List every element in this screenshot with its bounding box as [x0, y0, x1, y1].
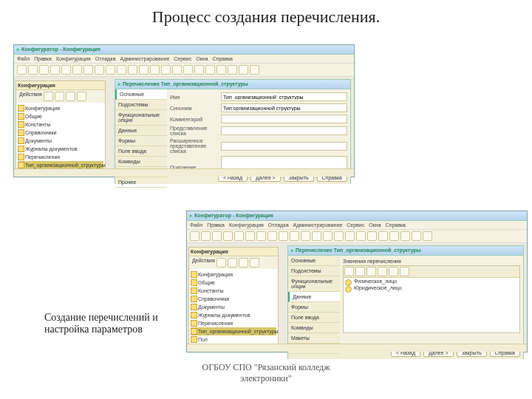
menu-item[interactable]: Конфигурация [56, 56, 91, 61]
menu-item[interactable]: Администрирование [293, 222, 343, 228]
panel-tabs[interactable]: ОсновныеПодсистемыФункциональные опцииДа… [288, 256, 340, 346]
toolbar-button[interactable] [216, 65, 226, 75]
tab[interactable]: Данные [115, 126, 167, 136]
menu-item[interactable]: Окна [369, 222, 381, 228]
config-tree[interactable]: КонфигурацияОбщиеКонстантыСправочникиДок… [16, 103, 105, 174]
tree-item[interactable]: Справочники [191, 295, 276, 303]
tab[interactable]: Основные [288, 256, 340, 266]
tree-item[interactable]: Тип_организационной_структуры [191, 327, 276, 335]
tree-item[interactable]: Документы [18, 137, 103, 145]
tree-item[interactable]: Справочники [18, 129, 103, 137]
tree-item[interactable]: Пол [191, 335, 276, 344]
toolbar-button[interactable] [228, 65, 237, 75]
toolbar-button[interactable] [345, 231, 355, 241]
menu-item[interactable]: Отладка [268, 222, 289, 228]
tab[interactable]: Макеты [288, 333, 340, 344]
menu-item[interactable]: Файл [17, 56, 30, 61]
enum-value-item[interactable]: Юридическое_лицо [344, 284, 519, 291]
toolbar-button[interactable] [356, 231, 366, 241]
menu-item[interactable]: Правка [207, 222, 225, 228]
toolbar-button[interactable] [106, 65, 115, 75]
input-extlistrep[interactable] [221, 142, 347, 151]
toolbar-button[interactable] [250, 65, 259, 75]
tab[interactable]: Команды [288, 323, 340, 333]
input-comment[interactable] [221, 115, 347, 123]
menu-item[interactable]: Сервис [347, 222, 364, 228]
tab[interactable]: Функциональные опции [288, 276, 340, 292]
toolbar-button[interactable] [172, 65, 182, 75]
tree-item[interactable]: Документы [191, 303, 276, 311]
panel-title[interactable]: ▸ Перечисление Тип_организационной_струк… [288, 246, 523, 256]
toolbar-button[interactable] [334, 231, 344, 241]
toolbar-button[interactable] [234, 231, 244, 241]
tree-actions[interactable]: Действия [189, 256, 278, 269]
tab[interactable]: Функциональные опции [115, 110, 167, 126]
tree-item[interactable]: Перечисления [191, 319, 276, 327]
toolbar-button[interactable] [423, 231, 432, 241]
tab[interactable]: Подсистемы [288, 266, 340, 276]
tree-item[interactable]: Журналы документов [18, 145, 103, 153]
toolbar-button[interactable] [61, 65, 71, 75]
tree-item[interactable]: Общие [18, 112, 103, 120]
toolbar-button[interactable] [161, 65, 171, 75]
tab[interactable]: Формы [115, 136, 167, 146]
toolbar-button[interactable] [400, 231, 410, 241]
toolbar-button[interactable] [312, 231, 321, 241]
toolbar-button[interactable] [201, 231, 211, 241]
tree-item[interactable]: Конфигурация [18, 104, 103, 112]
toolbar-button[interactable] [378, 231, 388, 241]
tab[interactable]: Прочее [115, 177, 167, 188]
toolbar-button[interactable] [17, 65, 27, 75]
toolbar-button[interactable] [190, 231, 200, 241]
tree-item[interactable]: Конфигурация [191, 270, 276, 279]
toolbar-button[interactable] [267, 231, 277, 241]
toolbar-button[interactable] [256, 231, 266, 241]
tab[interactable]: Команды [115, 157, 167, 167]
panel-title[interactable]: ▸ Перечисление Тип_организационной_струк… [115, 80, 350, 89]
menu-item[interactable]: Отладка [95, 56, 116, 61]
tree-item[interactable]: Константы [191, 287, 276, 295]
list-toolbar[interactable] [344, 266, 519, 278]
toolbar-button[interactable] [367, 231, 377, 241]
menu-item[interactable]: Файл [190, 222, 202, 228]
tab[interactable]: Поле ввода [115, 146, 167, 157]
menu-bar[interactable]: ФайлПравкаКонфигурацияОтладкаАдминистрир… [187, 221, 527, 230]
menu-item[interactable]: Правка [34, 56, 52, 61]
menu-bar[interactable]: ФайлПравкаКонфигурацияОтладкаАдминистрир… [14, 55, 354, 64]
toolbar-button[interactable] [83, 65, 93, 75]
toolbar-button[interactable] [139, 65, 149, 75]
input-listrep[interactable] [221, 126, 347, 135]
toolbar-button[interactable] [212, 231, 222, 241]
main-toolbar[interactable] [187, 230, 527, 243]
tab[interactable]: Данные [288, 292, 340, 302]
menu-item[interactable]: Справка [213, 56, 233, 61]
menu-item[interactable]: Окна [196, 56, 208, 61]
toolbar-button[interactable] [412, 231, 421, 241]
tab[interactable]: Формы [288, 302, 340, 313]
toolbar-button[interactable] [183, 65, 193, 75]
toolbar-button[interactable] [39, 65, 49, 75]
tab[interactable]: Поле ввода [288, 313, 340, 323]
input-name[interactable] [221, 92, 347, 101]
tree-item[interactable]: Общие [191, 279, 276, 287]
toolbar-button[interactable] [50, 65, 60, 75]
menu-item[interactable]: Администрирование [120, 56, 170, 61]
toolbar-button[interactable] [223, 231, 233, 241]
tree-item[interactable]: Перечисления [18, 153, 103, 161]
enum-values-list[interactable]: Физическое_лицоЮридическое_лицо [343, 265, 520, 333]
toolbar-button[interactable] [28, 65, 38, 75]
tab[interactable]: Основные [115, 89, 167, 100]
tree-item[interactable]: Константы [18, 120, 103, 129]
tab[interactable]: Подсистемы [115, 100, 167, 110]
tree-actions[interactable]: Действия [16, 90, 105, 103]
toolbar-button[interactable] [95, 65, 104, 75]
toolbar-button[interactable] [205, 65, 215, 75]
toolbar-button[interactable] [301, 231, 310, 241]
toolbar-button[interactable] [117, 65, 126, 75]
toolbar-button[interactable] [194, 65, 204, 75]
toolbar-button[interactable] [150, 65, 160, 75]
tree-item[interactable]: Журналы документов [191, 311, 276, 319]
main-toolbar[interactable] [14, 64, 354, 77]
config-tree[interactable]: КонфигурацияОбщиеКонстантыСправочникиДок… [189, 269, 278, 349]
toolbar-button[interactable] [72, 65, 82, 75]
